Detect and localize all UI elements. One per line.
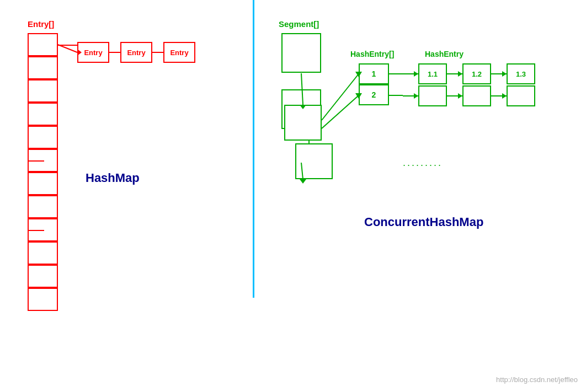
- he-arrow-1-0: [403, 73, 418, 74]
- array-cell-6: [28, 172, 58, 195]
- he-box-1-1: 1.1: [418, 63, 447, 84]
- chm-label: ConcurrentHashMap: [364, 215, 483, 229]
- svg-line-0: [58, 45, 77, 52]
- he-box-2-2: [462, 85, 491, 106]
- array-cell-1: [28, 56, 58, 79]
- array-cell-8: [28, 218, 58, 241]
- he-arrow-1-1: [447, 73, 462, 74]
- segment-array-label: Segment[]: [279, 19, 319, 29]
- he-num-cell-2: 2: [359, 84, 389, 105]
- seg-gap: [281, 73, 321, 89]
- he-arrow-2-2: [491, 95, 507, 96]
- seg-mid-bot: [295, 143, 333, 179]
- entry-chain: Entry Entry Entry: [77, 42, 195, 63]
- divider: [253, 0, 254, 298]
- array-cell-7: [28, 195, 58, 218]
- array-cell-11: [28, 288, 58, 311]
- hashmap-label: HashMap: [86, 171, 140, 185]
- he-arrow-2-0: [403, 95, 418, 96]
- he-box-1-2: 1.2: [462, 63, 491, 84]
- array-cell-0: [28, 33, 58, 56]
- array-cell-2: [28, 79, 58, 103]
- he-box-1-3: 1.3: [507, 63, 535, 84]
- he-chain-row-2: [403, 85, 535, 106]
- he-chain-row-1: 1.1 1.2 1.3: [403, 63, 535, 84]
- array-cell-5: [28, 149, 58, 172]
- svg-line-8: [322, 74, 359, 120]
- svg-line-10: [322, 95, 359, 128]
- watermark: http://blog.csdn.net/jeffleo: [496, 375, 578, 384]
- he-box-2-3: [507, 85, 535, 106]
- hashentry-label: HashEntry: [425, 50, 464, 58]
- he-box-2-1: [418, 85, 447, 106]
- entry-box-0: Entry: [77, 42, 109, 63]
- diagram: Entry[] Entry Entry Entry HashMap Segmen…: [0, 0, 586, 392]
- he-arrow-2-1: [447, 95, 462, 96]
- he-num-column: 1 2: [359, 63, 389, 105]
- array-cell-4: [28, 126, 58, 149]
- dots: .........: [403, 157, 443, 169]
- entry-box-1: Entry: [120, 42, 152, 63]
- he-num-cell-1: 1: [359, 63, 389, 84]
- array-cell-10: [28, 265, 58, 288]
- array-cell-3: [28, 103, 58, 126]
- hashentry-arr-label: HashEntry[]: [350, 50, 394, 58]
- array-cell-9: [28, 241, 58, 265]
- seg-cell-top: [281, 33, 321, 73]
- seg-mid-top: [284, 105, 322, 141]
- red-entry-array: [28, 33, 58, 311]
- svg-marker-13: [300, 179, 306, 184]
- entry-array-label: Entry[]: [28, 19, 54, 29]
- he-arrow-1-2: [491, 73, 507, 74]
- connector-0: [109, 52, 120, 53]
- entry-box-2: Entry: [163, 42, 195, 63]
- connector-1: [152, 52, 163, 53]
